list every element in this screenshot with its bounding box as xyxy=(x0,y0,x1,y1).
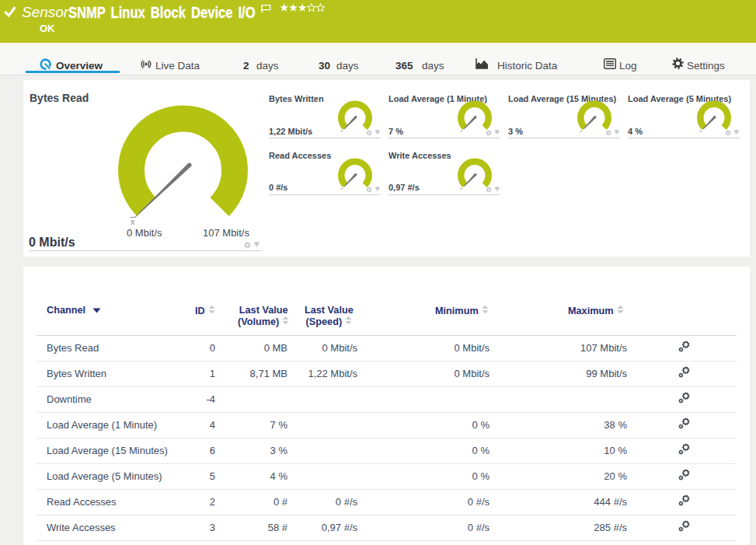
svg-text:x: x xyxy=(131,217,135,226)
